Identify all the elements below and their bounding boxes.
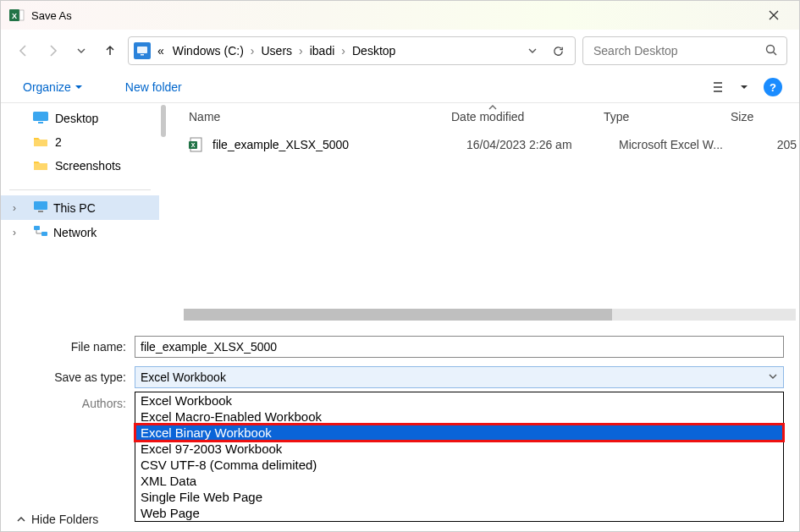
hide-folders-button[interactable]: Hide Folders <box>16 513 98 526</box>
chevron-up-icon <box>16 514 26 524</box>
tree-item-network[interactable]: › Network <box>1 220 159 244</box>
splitter-handle[interactable] <box>160 103 167 324</box>
nav-row: « Windows (C:) › Users › ibadi › Desktop <box>1 30 799 72</box>
file-name-input[interactable] <box>135 336 784 358</box>
pc-icon <box>33 200 48 215</box>
save-type-option[interactable]: Excel Binary Workbook <box>135 425 783 441</box>
refresh-button[interactable] <box>546 45 570 58</box>
chevron-down-icon <box>768 370 778 384</box>
svg-text:X: X <box>12 12 17 20</box>
file-date: 16/04/2023 2:26 am <box>466 138 619 151</box>
file-size: 205 <box>746 138 797 151</box>
address-dropdown[interactable] <box>521 46 544 56</box>
chevron-right-icon[interactable]: › <box>297 44 305 58</box>
file-row[interactable]: X file_example_XLSX_5000 16/04/2023 2:26… <box>167 130 799 159</box>
excel-file-icon: X <box>189 137 204 152</box>
svg-text:X: X <box>191 142 196 148</box>
monitor-icon <box>134 42 151 59</box>
window-title: Save As <box>31 9 72 22</box>
folder-tree: Desktop 2 Screenshots › <box>1 103 160 324</box>
tree-label: Network <box>53 226 97 239</box>
file-name-label: File name: <box>16 340 135 354</box>
svg-rect-7 <box>38 122 43 123</box>
folder-icon <box>33 135 48 149</box>
column-type[interactable]: Type <box>604 110 731 123</box>
forward-button[interactable] <box>41 40 63 62</box>
search-box[interactable] <box>582 36 787 65</box>
save-type-dropdown[interactable]: Excel WorkbookExcel Macro-Enabled Workbo… <box>135 392 784 522</box>
save-type-option[interactable]: Excel Macro-Enabled Workbook <box>135 409 783 425</box>
breadcrumb-item[interactable]: Windows (C:) <box>169 42 247 59</box>
column-name[interactable]: Name <box>189 110 451 123</box>
caret-down-icon <box>74 83 83 91</box>
svg-rect-4 <box>141 54 144 56</box>
file-list: Name Date modified Type Size X file_exam… <box>167 103 799 324</box>
scrollbar-thumb[interactable] <box>184 309 612 321</box>
organize-label: Organize <box>23 80 71 94</box>
file-type: Microsoft Excel W... <box>619 138 746 151</box>
tree-item-this-pc[interactable]: › This PC <box>1 195 159 220</box>
organize-menu[interactable]: Organize <box>18 77 88 97</box>
recent-dropdown[interactable] <box>70 40 92 62</box>
save-type-option[interactable]: Excel 97-2003 Workbook <box>135 441 783 457</box>
save-type-option[interactable]: Web Page <box>135 505 783 521</box>
tree-label: This PC <box>53 201 96 215</box>
svg-rect-9 <box>38 211 43 212</box>
up-button[interactable] <box>99 40 121 62</box>
new-folder-button[interactable]: New folder <box>120 77 187 97</box>
breadcrumb-item[interactable]: Users <box>257 42 295 59</box>
authors-label: Authors: <box>16 397 135 410</box>
svg-rect-8 <box>34 201 47 210</box>
column-headers: Name Date modified Type Size <box>167 103 799 130</box>
tree-item-folder2[interactable]: 2 <box>1 130 159 154</box>
column-size[interactable]: Size <box>731 110 781 123</box>
save-type-option[interactable]: CSV UTF-8 (Comma delimited) <box>135 457 783 473</box>
search-input[interactable] <box>592 43 764 58</box>
close-button[interactable] <box>757 1 791 30</box>
network-icon <box>33 225 48 239</box>
view-options-button[interactable] <box>708 75 731 99</box>
chevron-right-icon[interactable]: › <box>13 227 16 239</box>
tree-item-desktop[interactable]: Desktop <box>1 107 159 130</box>
title-bar: X Save As <box>1 1 799 30</box>
chevron-right-icon[interactable]: › <box>339 44 347 58</box>
breadcrumb-item[interactable]: ibadi <box>306 42 339 59</box>
tree-label: 2 <box>55 135 62 149</box>
svg-rect-10 <box>34 226 40 230</box>
desktop-folder-icon <box>33 112 48 125</box>
svg-rect-11 <box>41 232 47 236</box>
tree-label: Desktop <box>55 112 98 125</box>
save-type-option[interactable]: Excel Workbook <box>135 392 783 409</box>
save-type-option[interactable]: Single File Web Page <box>135 489 783 505</box>
folder-icon <box>33 159 48 173</box>
view-dropdown[interactable] <box>737 75 752 99</box>
chevron-right-icon[interactable]: › <box>249 44 257 58</box>
svg-rect-1 <box>19 10 24 20</box>
explorer-body: Desktop 2 Screenshots › <box>1 102 799 324</box>
file-name: file_example_XLSX_5000 <box>212 138 466 151</box>
back-button[interactable] <box>13 40 35 62</box>
svg-rect-6 <box>33 112 48 121</box>
help-button[interactable]: ? <box>764 78 782 96</box>
sort-indicator-icon <box>488 103 497 112</box>
toolbar: Organize New folder ? <box>1 72 799 102</box>
tree-item-screenshots[interactable]: Screenshots <box>1 154 159 178</box>
svg-rect-3 <box>137 47 147 53</box>
search-icon[interactable] <box>764 43 778 59</box>
breadcrumb-overflow[interactable]: « <box>154 42 168 59</box>
excel-icon: X <box>9 8 25 23</box>
save-type-label: Save as type: <box>16 370 135 384</box>
save-type-value: Excel Workbook <box>141 370 226 384</box>
tree-label: Screenshots <box>55 159 121 173</box>
save-type-option[interactable]: XML Data <box>135 473 783 489</box>
tree-separator <box>9 189 151 190</box>
breadcrumb-item[interactable]: Desktop <box>349 42 399 59</box>
column-date[interactable]: Date modified <box>451 110 604 123</box>
horizontal-scrollbar[interactable] <box>184 309 796 321</box>
chevron-right-icon[interactable]: › <box>13 202 16 214</box>
save-type-combo[interactable]: Excel Workbook <box>135 366 784 388</box>
hide-folders-label: Hide Folders <box>31 513 98 526</box>
svg-point-5 <box>767 45 775 52</box>
save-form: File name: Save as type: Excel Workbook … <box>1 324 799 425</box>
address-bar[interactable]: « Windows (C:) › Users › ibadi › Desktop <box>128 36 576 65</box>
